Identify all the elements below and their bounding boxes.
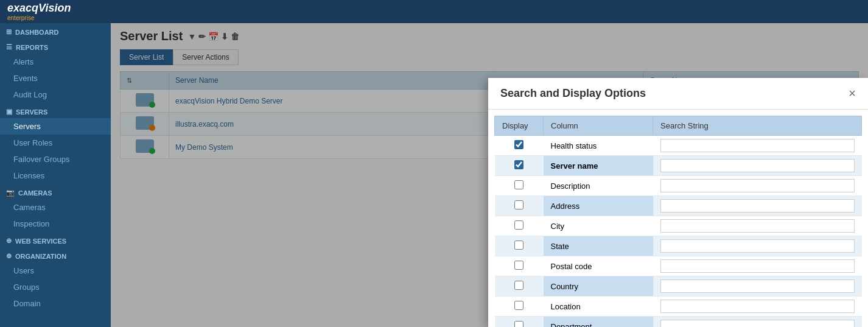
sidebar-section-label: REPORTS xyxy=(16,44,48,51)
column-label-cell: Location xyxy=(544,297,653,317)
modal-body: Display Column Search String Health stat… xyxy=(488,110,868,327)
search-string-cell xyxy=(653,156,862,176)
servers-icon: ▣ xyxy=(6,108,12,116)
column-label-cell: Description xyxy=(544,176,653,196)
display-checkbox-description[interactable] xyxy=(514,180,523,189)
sidebar-item-users[interactable]: Users xyxy=(0,262,111,279)
display-checkbox-cell xyxy=(495,196,544,216)
sidebar-item-domain[interactable]: Domain xyxy=(0,295,111,312)
sidebar-section-cameras[interactable]: 📷 CAMERAS xyxy=(0,184,111,199)
col-header-search: Search String xyxy=(653,116,862,136)
column-label-cell: City xyxy=(544,216,653,236)
display-checkbox-location[interactable] xyxy=(514,301,523,310)
search-string-cell xyxy=(653,136,862,156)
search-input-address[interactable] xyxy=(660,199,855,213)
sidebar-item-servers[interactable]: Servers xyxy=(0,118,111,135)
sidebar-item-user-roles[interactable]: User Roles xyxy=(0,135,111,151)
options-row: Department xyxy=(495,317,862,328)
col-header-column: Column xyxy=(544,116,653,136)
display-checkbox-cell xyxy=(495,276,544,297)
main-content-area: Server List ▼ ✏ 📅 ⬇ 🗑 Server List Server… xyxy=(111,23,868,327)
sidebar-section-label: SERVERS xyxy=(16,108,47,116)
display-checkbox-server-name[interactable] xyxy=(514,160,523,169)
search-string-cell xyxy=(653,216,862,236)
options-row: Server name xyxy=(495,156,862,176)
sidebar-item-events[interactable]: Events xyxy=(0,70,111,86)
sidebar: ⊞ DASHBOARD ☰ REPORTS Alerts Events Audi… xyxy=(0,23,111,327)
sidebar-section-label: WEB SERVICES xyxy=(15,237,66,245)
options-row: Address xyxy=(495,196,862,216)
sidebar-section-dashboard[interactable]: ⊞ DASHBOARD xyxy=(0,23,111,38)
display-checkbox-cell xyxy=(495,317,544,328)
organization-icon: ⊕ xyxy=(6,252,12,260)
search-input-server-name[interactable] xyxy=(660,159,855,172)
search-string-cell xyxy=(653,176,862,196)
sidebar-item-cameras[interactable]: Cameras xyxy=(0,199,111,216)
column-label-cell: Country xyxy=(544,276,653,297)
options-row: Location xyxy=(495,297,862,317)
sidebar-item-licenses[interactable]: Licenses xyxy=(0,167,111,184)
display-checkbox-health-status[interactable] xyxy=(514,140,523,149)
search-display-modal: Search and Display Options × Display Col… xyxy=(488,78,868,327)
search-input-country[interactable] xyxy=(660,280,855,293)
column-label-cell: Department xyxy=(544,317,653,328)
options-row: Postal code xyxy=(495,256,862,276)
sidebar-item-groups[interactable]: Groups xyxy=(0,279,111,295)
search-string-cell xyxy=(653,236,862,256)
search-input-city[interactable] xyxy=(660,219,855,233)
sidebar-item-inspection[interactable]: Inspection xyxy=(0,216,111,232)
search-input-location[interactable] xyxy=(660,300,855,313)
modal-close-button[interactable]: × xyxy=(849,86,856,100)
display-checkbox-country[interactable] xyxy=(514,281,523,290)
options-row: City xyxy=(495,216,862,236)
reports-icon: ☰ xyxy=(6,43,12,51)
sidebar-item-audit-log[interactable]: Audit Log xyxy=(0,86,111,103)
options-row: Health status xyxy=(495,136,862,156)
display-checkbox-department[interactable] xyxy=(514,321,523,327)
dashboard-icon: ⊞ xyxy=(6,28,12,36)
column-label-cell: Postal code xyxy=(544,256,653,276)
search-string-cell xyxy=(653,276,862,297)
display-checkbox-address[interactable] xyxy=(514,200,523,209)
search-input-department[interactable] xyxy=(660,320,855,327)
display-checkbox-cell xyxy=(495,136,544,156)
sidebar-item-failover-groups[interactable]: Failover Groups xyxy=(0,151,111,167)
search-input-description[interactable] xyxy=(660,179,855,192)
options-row: State xyxy=(495,236,862,256)
display-checkbox-cell xyxy=(495,176,544,196)
logo-subtitle: enterprise xyxy=(7,15,71,21)
main-layout: ⊞ DASHBOARD ☰ REPORTS Alerts Events Audi… xyxy=(0,23,868,327)
sidebar-section-label: ORGANIZATION xyxy=(15,253,66,260)
search-input-health-status[interactable] xyxy=(660,139,855,152)
search-string-cell xyxy=(653,317,862,328)
column-label-cell: Server name xyxy=(544,156,653,176)
cameras-section-icon: 📷 xyxy=(6,189,15,197)
display-checkbox-city[interactable] xyxy=(514,220,523,230)
app-header: exacqVision enterprise xyxy=(0,0,868,23)
display-checkbox-cell xyxy=(495,216,544,236)
search-string-cell xyxy=(653,196,862,216)
display-checkbox-cell xyxy=(495,236,544,256)
app-logo: exacqVision enterprise xyxy=(7,2,71,21)
modal-title: Search and Display Options xyxy=(500,87,646,100)
display-checkbox-cell xyxy=(495,156,544,176)
column-label-cell: Health status xyxy=(544,136,653,156)
search-string-cell xyxy=(653,297,862,317)
sidebar-section-web-services[interactable]: ⊕ WEB SERVICES xyxy=(0,232,111,247)
search-input-state[interactable] xyxy=(660,239,855,253)
display-checkbox-postal-code[interactable] xyxy=(514,261,523,270)
sidebar-section-servers[interactable]: ▣ SERVERS xyxy=(0,103,111,118)
options-row: Description xyxy=(495,176,862,196)
sidebar-section-label: DASHBOARD xyxy=(15,29,59,36)
display-checkbox-cell xyxy=(495,256,544,276)
column-label-cell: State xyxy=(544,236,653,256)
search-input-postal-code[interactable] xyxy=(660,259,855,273)
display-checkbox-cell xyxy=(495,297,544,317)
sidebar-item-alerts[interactable]: Alerts xyxy=(0,54,111,70)
col-header-display: Display xyxy=(495,116,544,136)
search-string-cell xyxy=(653,256,862,276)
sidebar-section-organization[interactable]: ⊕ ORGANIZATION xyxy=(0,247,111,262)
web-services-icon: ⊕ xyxy=(6,237,12,245)
sidebar-section-reports[interactable]: ☰ REPORTS xyxy=(0,38,111,54)
display-checkbox-state[interactable] xyxy=(514,241,523,250)
